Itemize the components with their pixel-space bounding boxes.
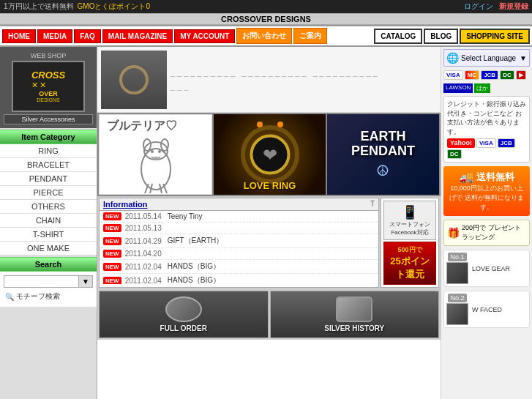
sidebar-menu: RING BRACELET PENDANT PIERCE OTHERS CHAI…	[0, 144, 97, 256]
payment-icons2: Yahoo! VISA JCB DC	[447, 138, 526, 159]
free-shipping-title: 送料無料	[476, 171, 514, 184]
other-logo: ほか	[474, 83, 490, 93]
earth-pendant-text: EARTHPENDANT	[351, 130, 415, 159]
nav-shop[interactable]: SHOPPING SITE	[460, 29, 530, 44]
payment-methods: クレジット・銀行振り込み 代引き・コンビニなど お支払い方法が色々あります。 Y…	[443, 96, 530, 163]
svg-point-8	[151, 150, 154, 153]
new-badge-2: NEW	[103, 237, 121, 245]
img-cell-lovering[interactable]: ❤ LOVE RING	[214, 114, 326, 195]
bottom-img-silverhistory[interactable]: SILVER HISTORY	[270, 291, 440, 338]
rank-thumb-1	[446, 262, 468, 284]
right-sidebar: 🌐 Select Language ▼ VISA MC JCB DC ▶ LAW…	[441, 47, 532, 399]
mc-logo: MC	[465, 70, 479, 80]
info-date-5: 2011.02.04	[125, 277, 162, 285]
info-text-2: GIFT（EARTH）	[168, 236, 223, 246]
search-input[interactable]	[4, 276, 78, 287]
nav-guide[interactable]: ご案内	[293, 28, 327, 44]
sidebar-item-others[interactable]: OTHERS	[0, 200, 97, 214]
info-list: Information T NEW 2011.05.14 Teeny Tiny …	[99, 198, 379, 288]
sidebar-item-tshirt[interactable]: T-SHIRT	[0, 228, 97, 242]
info-row-3: NEW 2011.04.20	[100, 248, 378, 260]
lang-select-box[interactable]: 🌐 Select Language ▼	[443, 49, 530, 67]
nav-account[interactable]: MY ACCOUNT	[174, 29, 235, 43]
sidebar-item-chain[interactable]: CHAIN	[0, 214, 97, 228]
new-badge: NEW	[103, 212, 121, 220]
rank-thumb-2	[446, 303, 468, 325]
info-header-label: Information	[103, 200, 148, 209]
info-text-5: HANDS（BIG）	[168, 275, 220, 284]
sidebar-logo[interactable]: CROSS ✕ ✕ OVER DESIGNS	[12, 61, 85, 112]
rank-label-2: W FACED	[472, 306, 502, 313]
points-box: 500円で 25ポイント還元	[383, 242, 436, 285]
globe-icon: 🌐	[446, 52, 459, 64]
visa-logo2: VISA	[476, 138, 496, 148]
main-nav: HOME MEDIA FAQ MAIL MAGAZINE MY ACCOUNT …	[0, 25, 532, 47]
dc-logo2: DC	[447, 149, 462, 159]
motif-search-btn[interactable]: 🔍 モチーフ検索	[4, 290, 93, 303]
nav-contact[interactable]: お問い合わせ	[236, 28, 292, 44]
dc-logo: DC	[500, 70, 514, 80]
banner-line2: ___	[171, 81, 437, 93]
info-date-1: 2011.05.13	[125, 224, 162, 232]
nav-faq[interactable]: FAQ	[74, 29, 101, 43]
info-row-5: NEW 2011.02.04 HANDS（BIG）	[100, 274, 378, 284]
img-cell-earthpendant[interactable]: EARTHPENDANT ☮	[327, 114, 439, 195]
search-title: Search	[0, 257, 97, 272]
lang-dropdown-icon: ▼	[520, 54, 527, 62]
search-area: ▼ 🔍 モチーフ検索	[0, 272, 97, 307]
bull-terrier-text: ブルテリア♡	[107, 119, 177, 134]
extra-logo: ▶	[516, 70, 526, 80]
info-header-t: T	[370, 200, 375, 209]
sidebar-subtitle: Silver Accessories	[4, 114, 93, 124]
motif-search-label: モチーフ検索	[16, 291, 60, 302]
img-cell-bullterrier[interactable]: ブルテリア♡	[99, 114, 212, 195]
top-bar-left: 1万円以上で送料無料 GMOとくぽポイント0	[4, 1, 150, 12]
gift-icon: 🎁	[447, 227, 460, 239]
image-grid: ブルテリア♡	[97, 113, 441, 196]
info-section: Information T NEW 2011.05.14 Teeny Tiny …	[97, 196, 441, 289]
info-date-3: 2011.04.20	[125, 250, 162, 258]
info-date-4: 2011.02.04	[125, 263, 162, 271]
nav-blog[interactable]: BLOG	[424, 29, 458, 44]
info-header: Information T	[100, 198, 378, 211]
bottom-img-fullorder[interactable]: FULL ORDER	[99, 291, 269, 338]
site-title-bar: CROSSOVER DESIGNS	[0, 13, 532, 25]
info-row-0: NEW 2011.05.14 Teeny Tiny	[100, 211, 378, 223]
top-bar-info: 1万円以上で送料無料	[4, 1, 74, 12]
sidebar-item-pierce[interactable]: PIERCE	[0, 186, 97, 200]
login-link[interactable]: ログイン	[464, 1, 493, 12]
sidebar-item-pendant[interactable]: PENDANT	[0, 172, 97, 186]
search-dropdown[interactable]: ▼	[78, 276, 92, 287]
sidebar-logo-area: WEB SHOP CROSS ✕ ✕ OVER DESIGNS Silver A…	[0, 47, 97, 128]
silver-history-text: SILVER HISTORY	[324, 324, 384, 332]
wrapping-box: 🎁 200円で プレゼント ラッピング	[443, 220, 530, 246]
info-date-0: 2011.05.14	[125, 212, 162, 220]
ranking-item-2[interactable]: No.2 W FACED	[443, 291, 530, 328]
top-bar-right: ログイン 新規登録	[464, 1, 528, 12]
sidebar-item-bracelet[interactable]: BRACELET	[0, 158, 97, 172]
nav-media[interactable]: MEDIA	[37, 29, 72, 43]
banner-dashes: __________ __________ __________	[171, 67, 437, 79]
info-text-0: Teeny Tiny	[168, 212, 203, 220]
svg-point-9	[158, 150, 161, 153]
layout: WEB SHOP CROSS ✕ ✕ OVER DESIGNS Silver A…	[0, 47, 532, 399]
site-title: CROSSOVER DESIGNS	[221, 15, 311, 23]
main-content: __________ __________ __________ ___ ブルテ…	[97, 47, 441, 399]
category-title: Item Category	[0, 130, 97, 144]
sidebar-item-ring[interactable]: RING	[0, 144, 97, 158]
search-icon: 🔍	[5, 293, 14, 301]
sidebar-item-onemake[interactable]: ONE MAKE	[0, 242, 97, 256]
new-badge-3: NEW	[103, 250, 121, 258]
ranking-item-1[interactable]: No.1 LOVE GEAR	[443, 250, 530, 287]
svg-point-10	[153, 157, 159, 160]
register-link[interactable]: 新規登録	[499, 1, 528, 12]
nav-catalog[interactable]: CATALOG	[374, 29, 422, 44]
jcb-logo: JCB	[481, 70, 498, 80]
free-shipping-sub: 10,000円以上のお買い上げで 送料が無料になります。	[447, 184, 526, 212]
rank-badge-1: No.1	[448, 253, 466, 261]
banner-image	[101, 51, 167, 109]
shop-label: WEB SHOP	[4, 51, 93, 61]
nav-mailmag[interactable]: MAIL MAGAZINE	[102, 29, 173, 43]
nav-home[interactable]: HOME	[2, 29, 36, 43]
payment-text: クレジット・銀行振り込み 代引き・コンビニなど お支払い方法が色々あります。	[447, 100, 526, 136]
